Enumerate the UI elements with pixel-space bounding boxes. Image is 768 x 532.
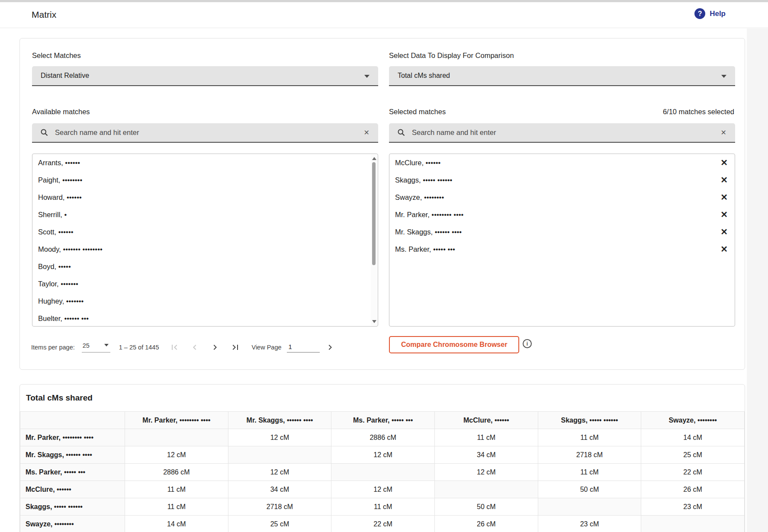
scroll-up-icon[interactable] [372, 157, 376, 160]
matrix-cell: 23 cM [538, 516, 641, 532]
available-search: ✕ [32, 123, 378, 143]
available-match-item[interactable]: Taylor, ••••••• [32, 275, 378, 292]
items-per-page-value: 25 [83, 342, 90, 349]
matrix-cell: 23 cM [641, 498, 745, 516]
available-match-item[interactable]: Scott, •••••• [32, 223, 378, 240]
selected-match-name: McClure, •••••• [395, 159, 440, 167]
remove-match-icon[interactable]: ✕ [720, 245, 728, 253]
select-data-label: Select Data To Display For Comparison [389, 51, 514, 60]
previous-page-button[interactable] [190, 342, 200, 353]
matrix-cell: 2718 cM [538, 446, 641, 464]
matrix-cell: 26 cM [641, 481, 745, 498]
chevron-down-icon [721, 75, 726, 78]
selected-match-name: Ms. Parker, ••••• ••• [395, 245, 455, 253]
available-match-item[interactable]: Boyd, ••••• [32, 258, 378, 275]
available-match-item[interactable]: Hughey, ••••••• [32, 292, 378, 310]
clear-search-icon[interactable]: ✕ [720, 128, 727, 137]
comparison-results-panel: Total cMs shared Mr. Parker, •••••••• ••… [19, 384, 745, 532]
matrix-header-row: Mr. Parker, •••••••• •••• Mr. Skaggs, ••… [20, 412, 745, 429]
selected-match-item: McClure, •••••• ✕ [389, 154, 735, 171]
remove-match-icon[interactable]: ✕ [720, 176, 728, 184]
view-page-input[interactable] [287, 342, 320, 353]
matrix-row: Swayze, •••••••• 14 cM 25 cM 22 cM 26 cM… [20, 516, 745, 532]
matrix-cell: 11 cM [125, 498, 228, 516]
first-page-button[interactable] [169, 342, 180, 353]
go-to-page-button[interactable] [325, 342, 335, 353]
matrix-cell [228, 446, 331, 464]
matrix-row: Mr. Parker, •••••••• •••• 12 cM 2886 cM … [20, 429, 745, 446]
remove-match-icon[interactable]: ✕ [720, 193, 728, 202]
matrix-cell: 12 cM [228, 464, 331, 481]
matrix-row-header: Ms. Parker, ••••• ••• [20, 464, 125, 481]
page-title: Matrix [32, 10, 56, 20]
matrix-cell: 2886 cM [331, 429, 435, 446]
matrix-cell: 26 cM [434, 516, 538, 532]
selected-match-name: Mr. Skaggs, •••••• •••• [395, 228, 462, 236]
selected-match-item: Mr. Skaggs, •••••• •••• ✕ [389, 223, 735, 240]
search-icon [397, 128, 406, 137]
last-page-button[interactable] [230, 342, 241, 353]
chevron-down-icon [364, 75, 370, 78]
matrix-cell: 2718 cM [228, 498, 331, 516]
matrix-col-header: Mr. Parker, •••••••• •••• [125, 412, 228, 429]
remove-match-icon[interactable]: ✕ [720, 210, 728, 219]
scrollbar-thumb[interactable] [372, 162, 376, 265]
select-data-dropdown[interactable]: Total cMs shared [389, 66, 735, 86]
list-scrollbar[interactable] [371, 154, 377, 326]
clear-search-icon[interactable]: ✕ [363, 128, 370, 137]
remove-match-icon[interactable]: ✕ [720, 228, 728, 236]
help-label: Help [710, 10, 726, 18]
available-match-item[interactable]: Buelter, •••••• ••• [32, 310, 378, 327]
matrix-cell [538, 498, 641, 516]
available-match-item[interactable]: Howard, •••••• [32, 189, 378, 206]
available-match-item[interactable]: Paight, •••••••• [32, 171, 378, 189]
selected-search-input[interactable] [412, 128, 720, 137]
selected-match-item: Mr. Parker, •••••••• •••• ✕ [389, 206, 735, 223]
matrix-row-header: Mr. Skaggs, •••••• •••• [20, 446, 125, 464]
matrix-cell: 22 cM [331, 516, 435, 532]
matrix-cell: 11 cM [538, 429, 641, 446]
matrix-col-header: Mr. Skaggs, •••••• •••• [228, 412, 331, 429]
select-matches-value: Distant Relative [41, 72, 89, 80]
info-icon[interactable]: i [523, 339, 532, 348]
matrix-cell: 12 cM [434, 464, 538, 481]
compare-chromosome-browser-button[interactable]: Compare Chromosome Browser [389, 336, 519, 353]
selected-match-name: Mr. Parker, •••••••• •••• [395, 211, 463, 219]
matrix-cell: 12 cM [228, 429, 331, 446]
matrix-cell [641, 516, 745, 532]
items-per-page-select[interactable]: 25 [82, 342, 110, 353]
available-search-input[interactable] [55, 128, 363, 137]
matrix-row: McClure, •••••• 11 cM 34 cM 12 cM 50 cM … [20, 481, 745, 498]
matrix-cell [434, 481, 538, 498]
selected-match-item: Swayze, •••••••• ✕ [389, 189, 735, 206]
matrix-row-header: Skaggs, ••••• •••••• [20, 498, 125, 516]
matrix-cell: 12 cM [331, 446, 435, 464]
matrix-cell: 34 cM [434, 446, 538, 464]
available-match-item[interactable]: Sherrill, • [32, 206, 378, 223]
matrix-col-header: McClure, •••••• [434, 412, 538, 429]
available-match-item[interactable]: Moody, ••••••• •••••••• [32, 240, 378, 258]
scroll-down-icon[interactable] [372, 320, 376, 323]
available-match-item[interactable]: Arrants, •••••• [32, 154, 378, 171]
available-matches-list: Arrants, •••••• Paight, •••••••• Howard,… [32, 154, 378, 327]
matrix-table-title: Total cMs shared [20, 385, 745, 411]
items-per-page-label: Items per page: [31, 344, 75, 351]
remove-match-icon[interactable]: ✕ [720, 158, 728, 167]
cm-matrix-table: Mr. Parker, •••••••• •••• Mr. Skaggs, ••… [20, 411, 745, 532]
available-matches-label: Available matches [32, 108, 90, 116]
matrix-cell: 25 cM [641, 446, 745, 464]
page-header: Matrix ? Help [0, 2, 768, 28]
matrix-cell: 25 cM [228, 516, 331, 532]
matrix-cell: 22 cM [641, 464, 745, 481]
matrix-cell: 11 cM [434, 429, 538, 446]
help-link[interactable]: ? Help [694, 8, 726, 19]
matrix-cell: 11 cM [331, 498, 435, 516]
matrix-cell [125, 429, 228, 446]
selected-match-name: Skaggs, ••••• •••••• [395, 176, 452, 184]
next-page-button[interactable] [210, 342, 220, 353]
select-matches-dropdown[interactable]: Distant Relative [32, 66, 378, 86]
matrix-corner-cell [20, 412, 125, 429]
help-icon: ? [694, 8, 705, 19]
selected-match-item: Ms. Parker, ••••• ••• ✕ [389, 240, 735, 258]
matrix-row-header: Swayze, •••••••• [20, 516, 125, 532]
